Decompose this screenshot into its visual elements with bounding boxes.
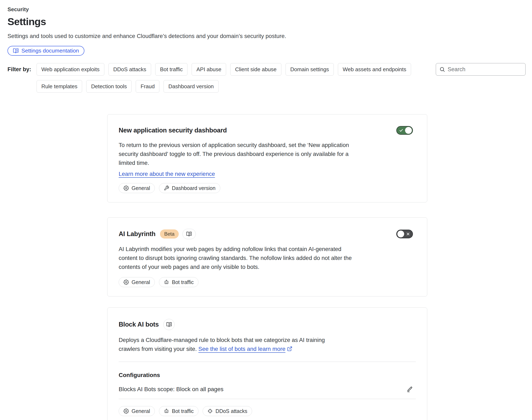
configurations-heading: Configurations: [119, 372, 416, 378]
tag-list: General Bot traffic: [119, 277, 416, 287]
search-input[interactable]: [448, 66, 522, 73]
filter-chip-detection-tools[interactable]: Detection tools: [86, 80, 132, 93]
search-icon: [439, 66, 445, 72]
gear-icon: [124, 408, 129, 414]
tag-list: General Bot traffic DDoS attacks: [119, 406, 416, 416]
toggle-knob: [397, 231, 404, 238]
card-title: AI Labyrinth: [119, 229, 156, 239]
filter-chip-web-application-exploits[interactable]: Web application exploits: [37, 63, 104, 75]
filter-chip-api-abuse[interactable]: API abuse: [192, 63, 226, 75]
settings-documentation-button[interactable]: Settings documentation: [7, 46, 84, 56]
robot-icon: [164, 408, 169, 414]
card-description: Deploys a Cloudflare-managed rule to blo…: [119, 335, 345, 353]
card-block-ai-bots: Block AI bots Deploys a Cloudflare-manag…: [107, 307, 427, 420]
wrench-icon: [164, 185, 169, 191]
filter-chips: Web application exploits DDoS attacks Bo…: [37, 63, 427, 93]
tag-list: General Dashboard version: [119, 183, 416, 193]
card-title: Block AI bots: [119, 320, 159, 329]
config-row: Blocks AI Bots scope: Block on all pages: [119, 385, 416, 394]
documentation-button[interactable]: [163, 319, 174, 330]
filter-chip-dashboard-version[interactable]: Dashboard version: [164, 80, 219, 93]
tag-label: Bot traffic: [172, 408, 194, 414]
card-new-application-security-dashboard: New application security dashboard To re…: [107, 114, 427, 202]
tag-label: Dashboard version: [172, 185, 216, 191]
gear-icon: [124, 185, 129, 191]
tag-bot-traffic[interactable]: Bot traffic: [159, 406, 199, 416]
book-open-icon: [166, 322, 172, 327]
tag-general[interactable]: General: [119, 406, 155, 416]
section-divider: [119, 399, 416, 399]
filter-chip-domain-settings[interactable]: Domain settings: [285, 63, 334, 75]
card-header: New application security dashboard: [119, 126, 416, 135]
tag-dashboard-version[interactable]: Dashboard version: [159, 183, 220, 193]
pencil-icon: [407, 386, 413, 392]
tag-label: Bot traffic: [172, 279, 194, 285]
book-open-icon: [186, 231, 192, 237]
filter-bar: Filter by: Web application exploits DDoS…: [0, 63, 532, 93]
edit-scope-button[interactable]: [406, 386, 413, 393]
breadcrumb: Security: [7, 6, 525, 13]
config-row-text: Blocks AI Bots scope: Block on all pages: [119, 385, 223, 394]
learn-more-link[interactable]: Learn more about the new experience: [119, 171, 215, 177]
beta-badge: Beta: [160, 229, 178, 239]
toggle-knob: [405, 127, 412, 134]
filter-chip-fraud[interactable]: Fraud: [136, 80, 159, 93]
filter-chip-rule-templates[interactable]: Rule templates: [37, 80, 82, 93]
gear-icon: [124, 279, 129, 285]
x-icon: [406, 232, 410, 236]
see-bot-list-label: See the list of bots and learn more: [199, 346, 285, 352]
card-header: Block AI bots: [119, 319, 416, 330]
card-description: To return to the previous version of app…: [119, 141, 355, 167]
page-subtitle: Settings and tools used to customize and…: [7, 33, 525, 40]
tag-general[interactable]: General: [119, 183, 155, 193]
robot-icon: [164, 279, 169, 285]
tag-label: DDoS attacks: [216, 408, 247, 414]
page-header: Security Settings Settings and tools use…: [0, 0, 532, 56]
external-link-icon: [287, 346, 292, 351]
check-icon: [399, 128, 403, 133]
card-ai-labyrinth: AI Labyrinth Beta AI Labyrinth modifies …: [107, 217, 427, 297]
card-description: AI Labyrinth modifies your web pages by …: [119, 245, 356, 271]
filter-by-label: Filter by:: [7, 63, 31, 75]
tag-label: General: [132, 408, 150, 414]
tag-label: General: [132, 279, 150, 285]
documentation-button[interactable]: [182, 229, 196, 239]
section-divider: [119, 362, 416, 362]
search-box[interactable]: [436, 63, 526, 75]
ai-labyrinth-toggle[interactable]: [396, 230, 413, 238]
filter-chip-bot-traffic[interactable]: Bot traffic: [155, 63, 188, 75]
tag-general[interactable]: General: [119, 277, 155, 287]
tag-ddos-attacks[interactable]: DDoS attacks: [203, 406, 252, 416]
filter-chip-client-side-abuse[interactable]: Client side abuse: [230, 63, 281, 75]
settings-documentation-label: Settings documentation: [21, 47, 79, 54]
book-open-icon: [13, 48, 19, 54]
tag-label: General: [132, 185, 150, 191]
card-title: New application security dashboard: [119, 126, 227, 135]
new-dashboard-toggle[interactable]: [396, 126, 413, 135]
target-icon: [207, 408, 213, 414]
filter-chip-ddos-attacks[interactable]: DDoS attacks: [109, 63, 151, 75]
page-title: Settings: [7, 15, 525, 28]
tag-bot-traffic[interactable]: Bot traffic: [159, 277, 199, 287]
see-bot-list-link[interactable]: See the list of bots and learn more: [199, 345, 293, 353]
card-header: AI Labyrinth Beta: [119, 229, 416, 239]
filter-chip-web-assets-and-endpoints[interactable]: Web assets and endpoints: [338, 63, 411, 75]
